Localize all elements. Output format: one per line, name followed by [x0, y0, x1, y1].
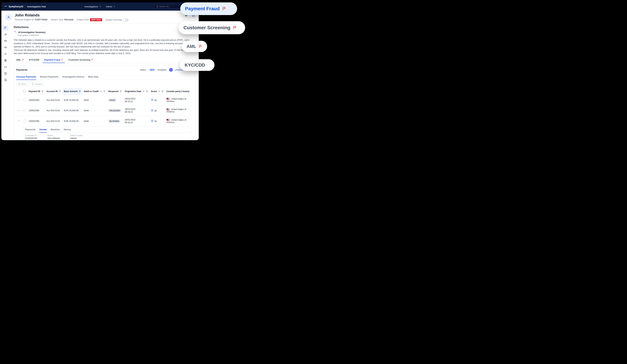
- expand-row[interactable]: [16, 116, 22, 126]
- tab-payment-fraud[interactable]: Payment Fraud: [44, 57, 63, 63]
- ai-updated: Last update 27/03/2023: [18, 34, 199, 36]
- filter-icon[interactable]: [146, 90, 148, 92]
- callout-kyc: KYC/CDD: [180, 59, 214, 71]
- callout-customer-screening: Customer Screening: [179, 21, 245, 34]
- flag-icon: [4, 27, 7, 29]
- filter-icon[interactable]: [79, 90, 81, 92]
- row-checkbox[interactable]: [23, 109, 26, 112]
- cell-score: 50: [150, 116, 165, 126]
- cell-payment-id: 100002580: [27, 105, 45, 116]
- subtab-recent[interactable]: Recent Payments: [40, 74, 58, 80]
- tab-aml[interactable]: AML: [16, 57, 24, 63]
- row-checkbox[interactable]: [23, 98, 26, 101]
- svg-point-0: [157, 6, 158, 7]
- filter-icon[interactable]: [161, 90, 164, 92]
- subtab-meta[interactable]: Meta data: [88, 74, 98, 80]
- expand-row[interactable]: [16, 105, 22, 116]
- document-icon[interactable]: [151, 99, 153, 101]
- svg-point-1: [8, 16, 9, 17]
- release-icon: [32, 83, 34, 85]
- brand-name: SymphonyAI: [8, 5, 23, 8]
- cell-account-id: Acc-532-0116: [45, 95, 62, 105]
- rail-doc[interactable]: [3, 71, 8, 76]
- detail-key: Customer ID: [25, 134, 37, 137]
- gears-icon: [4, 52, 7, 55]
- payments-subtabs: Unusual Payments Recent Payments Investi…: [16, 74, 193, 80]
- rail-doc-alert[interactable]: [3, 77, 8, 83]
- filter-icon[interactable]: [103, 90, 105, 92]
- detail-tab-device[interactable]: Device: [64, 127, 71, 133]
- document-icon[interactable]: [151, 110, 153, 112]
- brand: SymphonyAI Investigation Hub: [4, 5, 46, 8]
- rail-settings[interactable]: [3, 51, 8, 57]
- svg-point-9: [6, 80, 6, 81]
- detail-tab-receiver[interactable]: Receiver: [51, 127, 60, 133]
- document-icon[interactable]: [151, 120, 153, 123]
- table-row: 100002580 Acc-532-0116 EUR 25,000.00 Deb…: [16, 95, 193, 105]
- rail-card[interactable]: [3, 38, 8, 44]
- svg-point-3: [6, 34, 6, 34]
- response-pill: BLOCKED: [108, 120, 120, 123]
- cell-score: 50: [150, 95, 165, 105]
- rail-globe[interactable]: [3, 58, 8, 63]
- cell-dc: Debit: [82, 105, 107, 116]
- cell-payment-id: 100002580: [27, 95, 45, 105]
- search-input[interactable]: [159, 5, 181, 8]
- cell-amount: EUR 25,000.00: [62, 105, 82, 116]
- detail-tab-sender[interactable]: Sender: [39, 127, 47, 133]
- subtab-history[interactable]: Investigation History: [62, 74, 84, 80]
- tab-kyc[interactable]: KYC/CDD: [29, 57, 39, 63]
- svg-point-11: [32, 83, 34, 85]
- assignee-avatar: [169, 68, 173, 72]
- detail-tab-payments[interactable]: Payments: [25, 127, 36, 133]
- sort-icon[interactable]: [142, 90, 145, 92]
- rail-bank[interactable]: [3, 45, 8, 50]
- card-icon: [4, 40, 7, 42]
- cell-amount: EUR 25,000.00: [62, 95, 82, 105]
- sort-icon[interactable]: [100, 90, 102, 92]
- rail-folder[interactable]: [3, 64, 8, 70]
- svg-rect-5: [4, 47, 6, 48]
- tab-customer-screening[interactable]: Customer Screening: [68, 57, 94, 63]
- folder-icon: [4, 66, 7, 68]
- ai-summary-text: The retrieved data is related to a custo…: [14, 38, 195, 55]
- rail-entities[interactable]: [3, 32, 8, 37]
- cell-dc: Debit: [82, 95, 107, 105]
- response-pill: HOLD: [108, 98, 116, 102]
- cell-account-id: Acc-532-0116: [45, 105, 62, 116]
- ai-summary-title: AI Investigation Summary: [18, 31, 46, 34]
- nav-admin[interactable]: Admin: [106, 5, 116, 8]
- filter-icon[interactable]: [59, 90, 61, 92]
- subtab-unusual[interactable]: Unusual Payments: [16, 74, 36, 80]
- globe-icon: [4, 59, 7, 62]
- detail-value: Ireland: [70, 137, 77, 139]
- nav-investigations[interactable]: Investigations: [84, 5, 102, 8]
- cell-account-id: Acc-532-0116: [45, 116, 62, 126]
- flag-icon: [222, 6, 226, 11]
- filter-icon[interactable]: [120, 90, 122, 92]
- cell-score: 50: [150, 105, 165, 116]
- person-icon: [7, 16, 10, 19]
- cell-country: United States of America: [165, 105, 193, 116]
- risk-badge: VERY HIGH: [90, 18, 102, 21]
- filter-icon[interactable]: [41, 90, 44, 92]
- expand-row[interactable]: [16, 95, 22, 105]
- subject-header: John Rolands Personal Subject ID: CUST-T…: [1, 11, 199, 23]
- flag-icon: [91, 58, 94, 61]
- response-pill: RELEASED: [108, 109, 121, 112]
- cell-payment-id: 100002580: [27, 116, 45, 126]
- flag-icon: [22, 58, 24, 61]
- sort-icon[interactable]: [158, 90, 160, 92]
- callout-aml: AML: [182, 41, 207, 52]
- svg-point-7: [5, 53, 6, 54]
- release-button[interactable]: Release: [30, 82, 44, 86]
- select-all-checkbox[interactable]: [23, 90, 26, 92]
- overview-toggle[interactable]: [123, 18, 129, 22]
- search-box[interactable]: [154, 4, 182, 8]
- rail-detections[interactable]: [3, 25, 8, 31]
- row-checkbox[interactable]: [23, 119, 26, 122]
- cell-date: 18/01/202309:15:21: [123, 95, 150, 105]
- block-button[interactable]: Block: [16, 82, 28, 86]
- document-icon: [4, 72, 7, 75]
- nav-center: Investigations Admin: [49, 5, 151, 8]
